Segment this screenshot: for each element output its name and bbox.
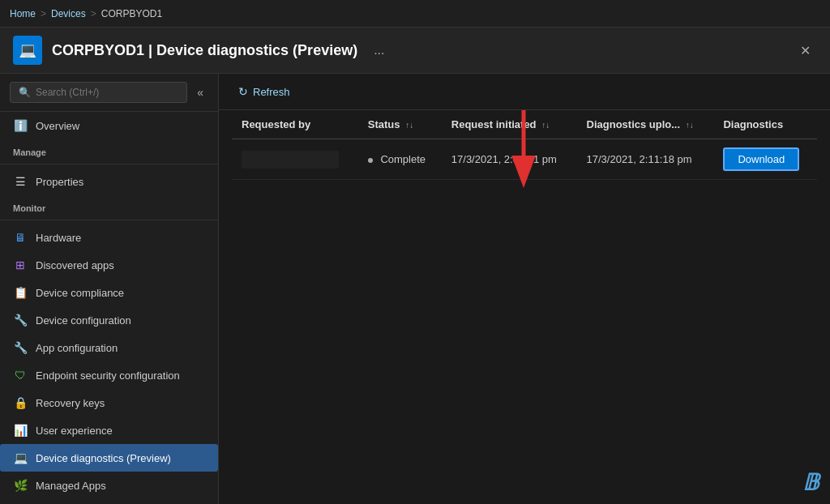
content-toolbar: ↻ Refresh [219, 74, 830, 110]
page-title: CORPBYOD1 | Device diagnostics (Preview) [52, 42, 357, 59]
requested-by-redacted [242, 151, 339, 169]
user-experience-icon: 📊 [13, 423, 28, 438]
sidebar-item-managed-apps-label: Managed Apps [36, 480, 106, 492]
sidebar-item-app-configuration[interactable]: 🔧 App configuration [0, 334, 218, 361]
recovery-keys-icon: 🔒 [13, 395, 28, 410]
app-configuration-icon: 🔧 [13, 340, 28, 355]
breadcrumb-sep1: > [41, 8, 46, 19]
cell-request-initiated: 17/3/2021, 2:06:21 pm [442, 139, 577, 180]
sidebar-item-managed-apps[interactable]: 🌿 Managed Apps [0, 472, 218, 499]
sidebar-item-endpoint-security-label: Endpoint security configuration [36, 369, 180, 382]
sidebar-item-device-compliance[interactable]: 📋 Device compliance [0, 279, 218, 306]
breadcrumb-current: CORPBYOD1 [101, 8, 162, 19]
sidebar-item-properties[interactable]: ☰ Properties [0, 168, 218, 195]
refresh-button[interactable]: ↻ Refresh [232, 82, 297, 101]
sidebar-item-endpoint-security[interactable]: 🛡 Endpoint security configuration [0, 361, 218, 389]
table-row: Complete 17/3/2021, 2:06:21 pm 17/3/2021… [232, 139, 817, 180]
hardware-icon: 🖥 [13, 230, 28, 245]
device-compliance-icon: 📋 [13, 285, 28, 300]
sidebar-item-hardware-label: Hardware [36, 232, 81, 244]
page-header: 💻 CORPBYOD1 | Device diagnostics (Previe… [0, 28, 830, 74]
cell-status: Complete [358, 139, 442, 180]
refresh-icon: ↻ [238, 85, 248, 98]
sidebar-item-device-configuration[interactable]: 🔧 Device configuration [0, 306, 218, 334]
device-diagnostics-icon: 💻 [13, 451, 28, 465]
sidebar-item-user-experience-label: User experience [36, 425, 113, 437]
breadcrumb-home[interactable]: Home [10, 8, 36, 19]
diagnostics-table: Requested by Status ↑↓ Request initiated… [232, 110, 817, 180]
status-text: Complete [380, 153, 426, 165]
table-header-row: Requested by Status ↑↓ Request initiated… [232, 110, 817, 139]
search-box[interactable]: 🔍 Search (Ctrl+/) [10, 82, 187, 103]
breadcrumb: Home > Devices > CORPBYOD1 [0, 0, 830, 28]
properties-icon: ☰ [13, 174, 28, 189]
refresh-label: Refresh [253, 86, 290, 98]
sidebar-item-properties-label: Properties [36, 176, 83, 188]
divider-manage [0, 164, 218, 164]
breadcrumb-devices[interactable]: Devices [51, 8, 86, 19]
download-button[interactable]: Download [723, 147, 799, 171]
more-options-button[interactable]: ... [367, 40, 391, 61]
sidebar-item-user-experience[interactable]: 📊 User experience [0, 416, 218, 444]
sidebar-item-app-configuration-label: App configuration [36, 342, 118, 354]
col-request-initiated[interactable]: Request initiated ↑↓ [442, 110, 577, 139]
managed-apps-icon: 🌿 [13, 478, 28, 493]
sidebar-item-discovered-apps[interactable]: ⊞ Discovered apps [0, 251, 218, 279]
sort-icon-status: ↑↓ [405, 121, 413, 130]
sidebar-item-device-diagnostics[interactable]: 💻 Device diagnostics (Preview) [0, 444, 218, 472]
table-container: Requested by Status ↑↓ Request initiated… [219, 110, 830, 504]
close-button[interactable]: ✕ [794, 40, 817, 62]
sidebar-item-discovered-apps-label: Discovered apps [36, 259, 114, 271]
col-status[interactable]: Status ↑↓ [358, 110, 442, 139]
sidebar-item-device-diagnostics-label: Device diagnostics (Preview) [36, 452, 171, 464]
sort-icon-request: ↑↓ [541, 121, 550, 130]
collapse-button[interactable]: « [192, 84, 208, 100]
cell-diagnostics-uploaded: 17/3/2021, 2:11:18 pm [577, 139, 714, 180]
sidebar-item-device-compliance-label: Device compliance [36, 287, 124, 299]
search-row: 🔍 Search (Ctrl+/) « [0, 74, 218, 112]
manage-section-label: Manage [0, 139, 218, 160]
device-configuration-icon: 🔧 [13, 313, 28, 327]
discovered-apps-icon: ⊞ [13, 258, 28, 272]
sidebar-item-overview[interactable]: ℹ️ Overview [0, 112, 218, 139]
sidebar: 🔍 Search (Ctrl+/) « ℹ️ Overview Manage ☰… [0, 74, 219, 504]
sidebar-item-recovery-keys-label: Recovery keys [36, 397, 105, 409]
content-area: ↻ Refresh Requested by Status ↑↓ [219, 74, 830, 504]
overview-icon: ℹ️ [13, 118, 28, 133]
breadcrumb-sep2: > [91, 8, 96, 19]
monitor-section-label: Monitor [0, 195, 218, 216]
col-diagnostics-uploaded[interactable]: Diagnostics uplo... ↑↓ [577, 110, 714, 139]
cell-download-action: Download [713, 139, 817, 180]
device-icon: 💻 [13, 36, 42, 65]
sidebar-item-hardware[interactable]: 🖥 Hardware [0, 224, 218, 251]
endpoint-security-icon: 🛡 [13, 368, 28, 382]
divider-monitor [0, 220, 218, 220]
sidebar-item-overview-label: Overview [36, 120, 79, 132]
cell-requested-by [232, 139, 358, 180]
sidebar-item-device-configuration-label: Device configuration [36, 314, 131, 327]
search-icon: 🔍 [19, 87, 31, 98]
search-placeholder: Search (Ctrl+/) [36, 87, 99, 98]
sidebar-item-recovery-keys[interactable]: 🔒 Recovery keys [0, 389, 218, 416]
col-diagnostics-action: Diagnostics [713, 110, 817, 139]
status-dot [368, 158, 373, 163]
col-requested-by[interactable]: Requested by [232, 110, 358, 139]
sort-icon-diag: ↑↓ [686, 121, 694, 130]
logo-watermark: 𝔹 [802, 469, 819, 496]
